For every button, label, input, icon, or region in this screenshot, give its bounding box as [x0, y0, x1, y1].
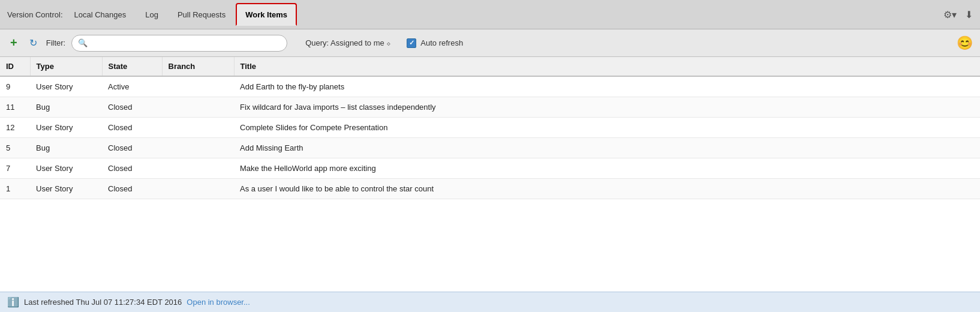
- version-control-label: Version Control:: [5, 10, 63, 19]
- add-button[interactable]: +: [7, 34, 20, 52]
- add-icon: +: [10, 36, 17, 50]
- settings-button[interactable]: ⚙▾: [941, 7, 959, 23]
- column-header-state: State: [102, 57, 162, 76]
- cell-id: 12: [0, 118, 30, 138]
- cell-title: As a user I would like to be able to con…: [234, 179, 980, 199]
- auto-refresh-container: Auto refresh: [407, 38, 463, 48]
- info-icon: ℹ️: [7, 296, 19, 308]
- tab-bar: Version Control: Local Changes Log Pull …: [0, 0, 980, 29]
- cell-state: Closed: [102, 138, 162, 158]
- column-header-title: Title: [234, 57, 980, 76]
- tab-pull-requests[interactable]: Pull Requests: [169, 3, 235, 26]
- tab-work-items[interactable]: Work Items: [236, 3, 297, 26]
- cell-id: 1: [0, 179, 30, 199]
- smiley-button[interactable]: 😊: [957, 35, 973, 51]
- cell-title: Complete Slides for Compete Presentation: [234, 118, 980, 138]
- table-row[interactable]: 1 User Story Closed As a user I would li…: [0, 179, 980, 199]
- cell-state: Active: [102, 76, 162, 97]
- open-in-browser-link[interactable]: Open in browser...: [187, 298, 250, 307]
- cell-title: Fix wildcard for Java imports – list cla…: [234, 97, 980, 118]
- table-row[interactable]: 5 Bug Closed Add Missing Earth: [0, 138, 980, 158]
- table-row[interactable]: 11 Bug Closed Fix wildcard for Java impo…: [0, 97, 980, 118]
- cell-title: Make the HelloWorld app more exciting: [234, 158, 980, 179]
- auto-refresh-checkbox[interactable]: [407, 38, 416, 48]
- main-content: + ↻ Filter: 🔍 Query: Assigned to me ⬦ Au…: [0, 29, 980, 312]
- cell-type: User Story: [30, 118, 102, 138]
- tab-bar-actions: ⚙▾ ⬇: [941, 7, 975, 23]
- table-row[interactable]: 12 User Story Closed Complete Slides for…: [0, 118, 980, 138]
- cell-type: User Story: [30, 76, 102, 97]
- work-items-table-container: ID Type State Branch Title 9 User Story …: [0, 57, 980, 292]
- cell-title: Add Missing Earth: [234, 138, 980, 158]
- download-icon: ⬇: [965, 9, 973, 20]
- table-row[interactable]: 9 User Story Active Add Earth to the fly…: [0, 76, 980, 97]
- cell-type: Bug: [30, 138, 102, 158]
- column-header-type: Type: [30, 57, 102, 76]
- cell-type: User Story: [30, 158, 102, 179]
- search-container: 🔍: [71, 35, 287, 52]
- status-bar: ℹ️ Last refreshed Thu Jul 07 11:27:34 ED…: [0, 292, 980, 312]
- gear-icon: ⚙: [943, 9, 952, 20]
- column-header-branch: Branch: [162, 57, 234, 76]
- toolbar: + ↻ Filter: 🔍 Query: Assigned to me ⬦ Au…: [0, 29, 980, 57]
- column-header-id: ID: [0, 57, 30, 76]
- cell-state: Closed: [102, 158, 162, 179]
- cell-branch: [162, 179, 234, 199]
- query-label-text: Query: Assigned to me: [305, 38, 384, 47]
- tab-log-label: Log: [145, 10, 158, 19]
- cell-id: 9: [0, 76, 30, 97]
- work-items-table: ID Type State Branch Title 9 User Story …: [0, 57, 980, 199]
- tab-work-items-label: Work Items: [245, 10, 287, 19]
- refresh-button[interactable]: ↻: [26, 35, 40, 50]
- auto-refresh-label: Auto refresh: [420, 38, 463, 47]
- cell-type: Bug: [30, 97, 102, 118]
- cell-id: 5: [0, 138, 30, 158]
- search-icon: 🔍: [78, 38, 88, 47]
- cell-type: User Story: [30, 179, 102, 199]
- cell-branch: [162, 138, 234, 158]
- cell-branch: [162, 97, 234, 118]
- query-selector[interactable]: Query: Assigned to me ⬦: [305, 38, 391, 47]
- download-button[interactable]: ⬇: [963, 7, 975, 23]
- table-row[interactable]: 7 User Story Closed Make the HelloWorld …: [0, 158, 980, 179]
- tab-log[interactable]: Log: [136, 3, 167, 26]
- cell-id: 7: [0, 158, 30, 179]
- cell-title: Add Earth to the fly-by planets: [234, 76, 980, 97]
- cell-branch: [162, 76, 234, 97]
- refresh-icon: ↻: [29, 37, 37, 49]
- tab-pull-requests-label: Pull Requests: [178, 10, 226, 19]
- cell-branch: [162, 118, 234, 138]
- cell-state: Closed: [102, 118, 162, 138]
- filter-label: Filter:: [46, 38, 66, 47]
- cell-id: 11: [0, 97, 30, 118]
- table-header-row: ID Type State Branch Title: [0, 57, 980, 76]
- status-text: Last refreshed Thu Jul 07 11:27:34 EDT 2…: [24, 298, 182, 307]
- cell-state: Closed: [102, 179, 162, 199]
- search-input[interactable]: [91, 38, 281, 47]
- cell-state: Closed: [102, 97, 162, 118]
- tab-local-changes-label: Local Changes: [74, 10, 127, 19]
- query-arrow-icon: ⬦: [386, 38, 391, 47]
- cell-branch: [162, 158, 234, 179]
- tab-local-changes[interactable]: Local Changes: [65, 3, 136, 26]
